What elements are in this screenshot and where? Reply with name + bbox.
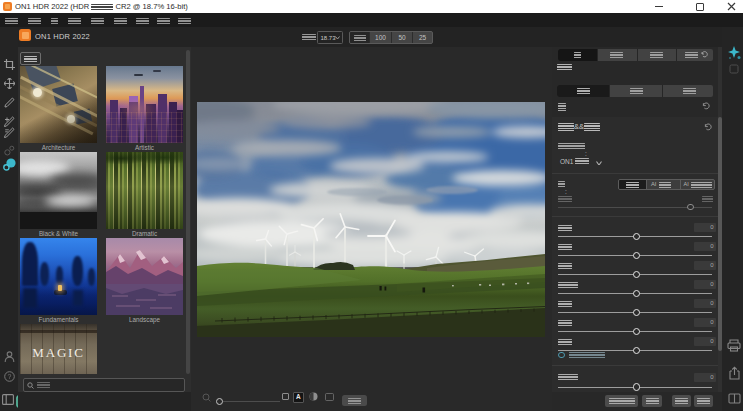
- svg-text:?: ?: [8, 373, 12, 380]
